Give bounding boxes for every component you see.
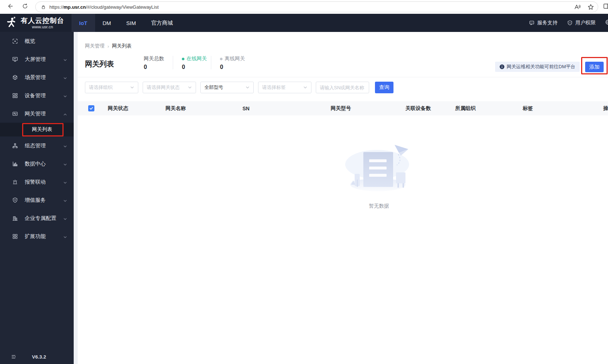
- model-select[interactable]: 全部型号: [200, 82, 254, 93]
- column-tags: 标签: [523, 105, 603, 112]
- sidebar-footer: V6.3.2: [0, 352, 74, 362]
- tag-select[interactable]: 请选择标签: [258, 82, 311, 93]
- chevron-down-icon: [63, 94, 67, 98]
- breadcrumb-gateway-management[interactable]: 网关管理: [85, 43, 105, 49]
- empty-state: 暂无数据: [339, 142, 419, 209]
- chevron-down-icon: [63, 75, 67, 79]
- tab-official-store[interactable]: 官方商城: [144, 14, 181, 32]
- sidebar-item-enterprise-config[interactable]: 企业专属配置: [0, 209, 74, 227]
- language-globe-button[interactable]: [605, 19, 608, 26]
- stat-divider: [173, 56, 173, 69]
- sidebar-item-device-management[interactable]: 设备管理: [0, 86, 74, 105]
- lock-icon: [41, 4, 46, 10]
- address-bar[interactable]: https://mp.usr.cn/#/cloud/gateway/ViewGa…: [35, 1, 598, 12]
- brand-subtitle: www.usr.cn: [32, 25, 53, 29]
- extension-icon: [12, 233, 18, 240]
- chevron-down-icon: [63, 198, 67, 202]
- gateway-status-select[interactable]: 请选择网关状态: [143, 82, 196, 93]
- sidebar-item-alarm-linkage[interactable]: 报警联动: [0, 173, 74, 191]
- browser-refresh-button[interactable]: [20, 2, 30, 12]
- sidebar: 概览 大屏管理 场景管理 设备管理 网关管理 网关列表 组态管理: [0, 32, 74, 364]
- select-value: 全部型号: [204, 84, 223, 91]
- chevron-down-icon: [63, 57, 67, 61]
- stat-value: 0: [182, 64, 207, 70]
- organization-select[interactable]: 请选择组织: [85, 82, 138, 93]
- query-button[interactable]: 查询: [375, 82, 393, 93]
- breadcrumb-gateway-list: 网关列表: [112, 43, 132, 49]
- add-gateway-button[interactable]: 添加: [585, 62, 604, 72]
- tab-dm[interactable]: DM: [95, 14, 119, 32]
- column-linked-devices: 关联设备数: [405, 105, 455, 112]
- column-sn: SN: [242, 106, 331, 111]
- enterprise-icon: [12, 215, 18, 221]
- column-gateway-model: 网关型号: [331, 105, 405, 112]
- globe-icon: [605, 20, 608, 26]
- sidebar-item-screen-management[interactable]: 大屏管理: [0, 50, 74, 68]
- sidebar-item-label: 报警联动: [25, 179, 46, 185]
- stat-offline-gateways: 离线网关 0: [220, 56, 245, 70]
- shield-icon: [567, 20, 573, 26]
- config-icon: [12, 143, 18, 149]
- sidebar-item-label: 大屏管理: [25, 56, 46, 63]
- url-text: https://mp.usr.cn/#/cloud/gateway/ViewGa…: [49, 4, 159, 10]
- chevron-down-icon: [63, 216, 67, 220]
- read-aloud-icon[interactable]: [574, 4, 581, 11]
- sidebar-item-label: 增值服务: [25, 197, 46, 204]
- navbar-right: 服务支持 用户权限: [529, 14, 608, 32]
- sidebar-item-label: 扩展功能: [25, 233, 46, 240]
- stat-value: 0: [144, 64, 169, 70]
- sidebar-item-label: 组态管理: [25, 142, 46, 149]
- section-divider: [78, 77, 608, 77]
- online-dot-icon: [182, 58, 184, 60]
- gateway-stats: 网关总数 0 在线网关 0 离线网关 0: [144, 56, 245, 70]
- empty-illustration: [341, 142, 417, 196]
- favorite-star-icon[interactable]: [587, 4, 594, 11]
- panel-icon: [603, 3, 608, 11]
- browser-back-button[interactable]: [5, 2, 15, 12]
- main-content: 网关管理 › 网关列表 网关列表 网关总数 0 在线网关 0: [74, 32, 608, 364]
- overview-icon: [12, 38, 18, 44]
- device-icon: [12, 93, 18, 99]
- sidebar-item-scene-management[interactable]: 场景管理: [0, 68, 74, 86]
- table-header-checkbox-cell: [85, 105, 101, 111]
- sidebar-item-value-added-services[interactable]: 增值服务: [0, 191, 74, 209]
- breadcrumb: 网关管理 › 网关列表: [85, 43, 132, 49]
- top-navbar: 有人云控制台 www.usr.cn IoT DM SIM 官方商城 服务支持 用…: [0, 14, 608, 32]
- browser-panel-button[interactable]: [603, 3, 608, 11]
- sidebar-item-configuration-management[interactable]: 组态管理: [0, 136, 74, 155]
- service-support-label: 服务支持: [537, 20, 558, 26]
- sidebar-item-extensions[interactable]: 扩展功能: [0, 227, 74, 245]
- sidebar-item-label: 数据中心: [25, 160, 46, 167]
- sidebar-item-data-center[interactable]: 数据中心: [0, 155, 74, 173]
- sidebar-item-label: 设备管理: [25, 92, 46, 99]
- service-support-link[interactable]: 服务支持: [529, 20, 558, 26]
- screen-icon: [12, 56, 18, 62]
- tab-sim[interactable]: SIM: [119, 14, 144, 32]
- empty-text: 暂无数据: [369, 203, 389, 209]
- back-icon: [7, 3, 13, 11]
- chevron-down-icon: [303, 85, 307, 90]
- info-icon: [499, 64, 505, 69]
- sidebar-subitem-gateway-list[interactable]: 网关列表: [0, 123, 74, 136]
- column-gateway-name: 网关名称: [166, 105, 242, 112]
- chevron-down-icon: [245, 85, 250, 90]
- sidebar-item-gateway-management[interactable]: 网关管理: [0, 105, 74, 123]
- column-gateway-status: 网关状态: [108, 105, 166, 112]
- brand-logo[interactable]: 有人云控制台 www.usr.cn: [0, 14, 72, 32]
- user-permissions-label: 用户权限: [575, 20, 596, 26]
- stat-divider: [211, 56, 211, 69]
- sn-search-input[interactable]: [316, 82, 369, 93]
- user-permissions-link[interactable]: 用户权限: [567, 20, 596, 26]
- column-organization: 所属组织: [455, 105, 523, 112]
- collapse-sidebar-icon[interactable]: [11, 354, 17, 360]
- address-bar-actions: [574, 4, 594, 11]
- content-card: 网关管理 › 网关列表 网关列表 网关总数 0 在线网关 0: [78, 32, 608, 364]
- chevron-down-icon: [63, 180, 67, 184]
- select-value: 请选择网关状态: [147, 84, 180, 91]
- sidebar-item-label: 概览: [25, 38, 35, 45]
- breadcrumb-separator: ›: [107, 44, 109, 49]
- sidebar-item-overview[interactable]: 概览: [0, 32, 74, 50]
- select-all-checkbox[interactable]: [88, 105, 94, 111]
- chat-icon: [529, 20, 535, 26]
- tab-iot[interactable]: IoT: [72, 14, 95, 32]
